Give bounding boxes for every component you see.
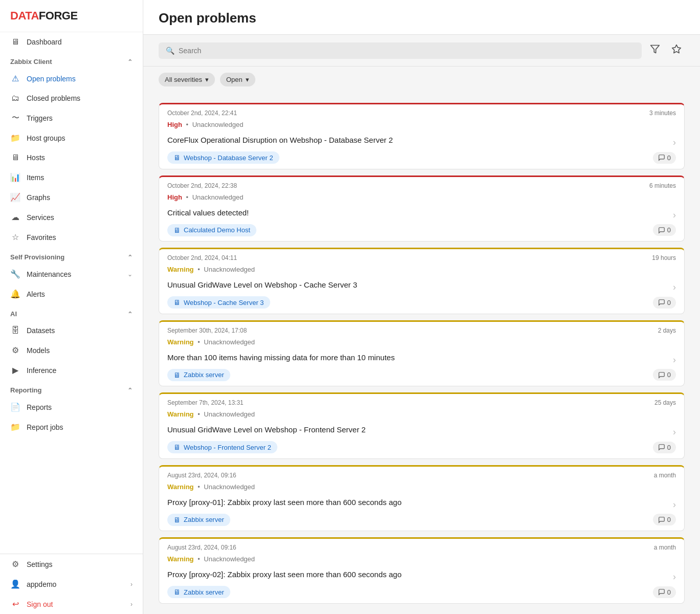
problem-title: Unusual GridWave Level on Webshop - Cach… — [167, 280, 673, 289]
comment-badge: 0 — [653, 297, 676, 309]
host-chip[interactable]: 🖥 Zabbix server — [167, 514, 230, 526]
host-chip[interactable]: 🖥 Zabbix server — [167, 369, 230, 381]
filter-button[interactable] — [647, 41, 663, 60]
sidebar-item-signout[interactable]: ↩ Sign out › — [0, 594, 143, 614]
severity-label: High — [167, 193, 182, 201]
main-header: Open problems — [143, 0, 700, 35]
sidebar-item-closed-problems[interactable]: 🗂 Closed problems — [0, 89, 143, 108]
warning-icon: ⚠ — [10, 74, 20, 83]
host-icon: 🖥 — [10, 153, 20, 162]
sidebar-item-label: Services — [27, 213, 133, 222]
host-chip[interactable]: 🖥 Webshop - Frontend Server 2 — [167, 441, 277, 453]
problem-card-header: October 2nd, 2024, 22:41 3 minutes — [159, 104, 684, 119]
favorites-icon: ☆ — [10, 232, 20, 242]
sidebar-item-label: Reports — [27, 403, 133, 411]
toolbar: 🔍 — [143, 35, 700, 67]
severity-dot: • — [198, 338, 200, 346]
problem-card[interactable]: October 2nd, 2024, 04:11 19 hours Warnin… — [159, 248, 685, 314]
models-icon: ⚙ — [10, 345, 20, 355]
sidebar-item-open-problems[interactable]: ⚠ Open problems — [0, 69, 143, 89]
settings-icon: ⚙ — [10, 559, 20, 569]
host-chip[interactable]: 🖥 Calculated Demo Host — [167, 224, 256, 236]
comment-count: 0 — [667, 299, 671, 306]
host-chip-icon: 🖥 — [173, 154, 181, 162]
section-label: Zabbix Client — [10, 58, 52, 65]
sidebar-item-reports[interactable]: 📄 Reports — [0, 397, 143, 417]
search-icon: 🔍 — [166, 47, 174, 55]
section-label: Reporting — [10, 386, 41, 394]
sidebar-item-services[interactable]: ☁ Services — [0, 207, 143, 227]
severity-dot: • — [198, 410, 200, 418]
section-label: AI — [10, 310, 17, 318]
problem-card[interactable]: August 23rd, 2024, 09:16 a month Warning… — [159, 537, 685, 604]
problem-severity: High • Unacknowledged — [167, 121, 676, 128]
host-chip-icon: 🖥 — [173, 588, 181, 596]
star-button[interactable] — [668, 41, 685, 60]
sidebar-item-label: Favorites — [27, 233, 133, 242]
status-filter[interactable]: Open ▾ — [220, 73, 255, 86]
host-name: Zabbix server — [184, 516, 224, 523]
problem-title: Proxy [proxy-01]: Zabbix proxy last seen… — [167, 498, 673, 507]
problem-card[interactable]: October 2nd, 2024, 22:38 6 minutes High … — [159, 176, 685, 242]
severity-status: Unacknowledged — [204, 555, 255, 563]
severity-dot: • — [186, 121, 189, 128]
problem-time-ago: a month — [654, 544, 676, 551]
sidebar-item-label: Datasets — [27, 326, 133, 335]
chevron-up-icon[interactable]: ⌃ — [127, 254, 133, 261]
comment-count: 0 — [667, 516, 671, 523]
sidebar-item-favorites[interactable]: ☆ Favorites — [0, 227, 143, 247]
comment-count: 0 — [667, 588, 671, 596]
problem-title: CoreFlux Operational Disruption on Websh… — [167, 136, 673, 144]
chevron-up-icon[interactable]: ⌃ — [127, 387, 133, 394]
sidebar-item-report-jobs[interactable]: 📁 Report jobs — [0, 417, 143, 437]
problem-card[interactable]: August 23rd, 2024, 09:16 a month Warning… — [159, 465, 685, 532]
problem-card[interactable]: September 30th, 2024, 17:08 2 days Warni… — [159, 320, 685, 387]
sidebar-item-label: Alerts — [27, 290, 133, 298]
problem-card[interactable]: October 2nd, 2024, 22:41 3 minutes High … — [159, 103, 685, 169]
severity-dot: • — [198, 266, 200, 273]
chevron-right-icon: › — [673, 427, 676, 437]
chevron-up-icon[interactable]: ⌃ — [127, 311, 133, 318]
chevron-right-icon: › — [673, 499, 676, 510]
sidebar-item-inference[interactable]: ▶ Inference — [0, 360, 143, 380]
search-input[interactable] — [179, 47, 635, 55]
sidebar-item-triggers[interactable]: 〜 Triggers — [0, 108, 143, 128]
host-chip[interactable]: 🖥 Webshop - Database Server 2 — [167, 151, 279, 164]
severity-status: Unacknowledged — [204, 338, 255, 346]
problem-time-ago: 19 hours — [652, 254, 676, 261]
filter-bar: All severities ▾ Open ▾ — [143, 67, 700, 93]
sidebar-item-dashboard[interactable]: 🖥 Dashboard — [0, 32, 143, 52]
sidebar-item-hosts[interactable]: 🖥 Hosts — [0, 148, 143, 167]
host-name: Calculated Demo Host — [184, 226, 250, 234]
comment-badge: 0 — [653, 586, 676, 598]
problem-card-footer: 🖥 Zabbix server 0 — [159, 514, 684, 532]
alerts-icon: 🔔 — [10, 289, 20, 299]
sidebar-item-models[interactable]: ⚙ Models — [0, 340, 143, 360]
sidebar-item-maintenances[interactable]: 🔧 Maintenances ⌄ — [0, 264, 143, 284]
problem-card-footer: 🖥 Zabbix server 0 — [159, 586, 684, 604]
sidebar-item-datasets[interactable]: 🗄 Datasets — [0, 321, 143, 340]
sidebar-bottom: ⚙ Settings 👤 appdemo › ↩ Sign out › — [0, 554, 143, 614]
severity-label: Warning — [167, 410, 194, 418]
sidebar-item-label: Open problems — [27, 75, 133, 83]
host-chip[interactable]: 🖥 Zabbix server — [167, 586, 230, 598]
inference-icon: ▶ — [10, 365, 20, 375]
section-label: Self Provisioning — [10, 253, 64, 261]
problem-card-footer: 🖥 Webshop - Database Server 2 0 — [159, 151, 684, 169]
severity-filter[interactable]: All severities ▾ — [159, 73, 215, 86]
host-chip[interactable]: 🖥 Webshop - Cache Server 3 — [167, 296, 270, 309]
sidebar-item-items[interactable]: 📊 Items — [0, 167, 143, 187]
sidebar-item-appdemo[interactable]: 👤 appdemo › — [0, 574, 143, 594]
sidebar-item-label: Sign out — [27, 600, 124, 608]
chevron-up-icon[interactable]: ⌃ — [127, 58, 133, 65]
chevron-down-icon: ▾ — [246, 76, 249, 83]
problem-card-body: Warning • Unacknowledged — [159, 553, 684, 570]
chevron-down-icon: ⌄ — [127, 271, 133, 278]
sidebar-item-host-groups[interactable]: 📁 Host groups — [0, 128, 143, 148]
problem-card[interactable]: September 7th, 2024, 13:31 25 days Warni… — [159, 392, 685, 459]
chevron-right-icon: › — [673, 282, 676, 293]
sidebar-item-alerts[interactable]: 🔔 Alerts — [0, 284, 143, 304]
sidebar-item-graphs[interactable]: 📈 Graphs — [0, 187, 143, 207]
sidebar-item-settings[interactable]: ⚙ Settings — [0, 554, 143, 574]
problem-card-footer: 🖥 Zabbix server 0 — [159, 369, 684, 387]
